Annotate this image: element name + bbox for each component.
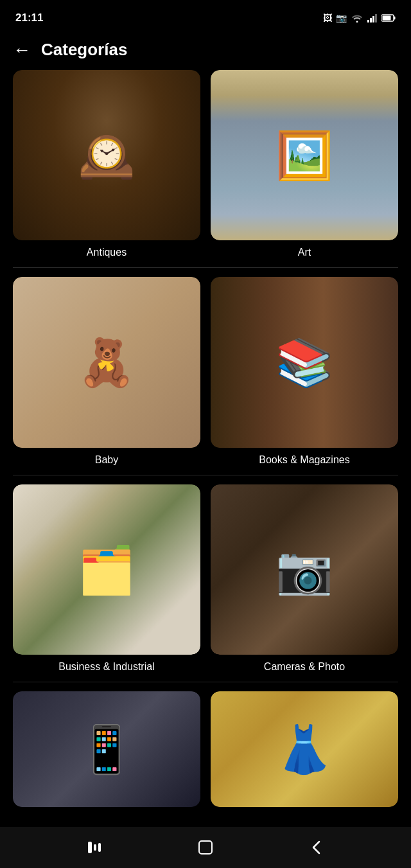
art-emoji: 🖼️ [275,132,333,179]
divider-1 [13,267,398,268]
baby-emoji: 🧸 [78,339,136,385]
business-image: 🗂️ [13,484,200,655]
category-cameras[interactable]: 📷 Cameras & Photo [211,484,398,675]
status-icons: 🖼 📷 [323,13,396,23]
category-row-4: 📱 👗 [13,691,398,813]
business-emoji: 🗂️ [78,547,136,593]
svg-rect-8 [94,844,96,851]
svg-rect-7 [88,842,92,853]
back-button[interactable]: ← [13,41,31,59]
nav-menu-button[interactable] [78,831,110,864]
svg-rect-3 [375,14,377,22]
baby-label: Baby [95,454,118,466]
cameras-label: Cameras & Photo [264,661,345,673]
category-baby[interactable]: 🧸 Baby [13,277,200,468]
categories-grid: 🕰️ Antiques 🖼️ Art [0,70,411,813]
page: 21:11 🖼 📷 [0,0,411,868]
clothing-image: 👗 [211,691,398,807]
books-emoji: 📚 [275,339,333,385]
antiques-image: 🕰️ [13,70,200,240]
category-books[interactable]: 📚 Books & Magazines [211,277,398,468]
category-business[interactable]: 🗂️ Business & Industrial [13,484,200,675]
cameras-emoji: 📷 [275,547,333,593]
art-image: 🖼️ [211,70,398,240]
svg-rect-0 [367,20,369,22]
menu-icon [87,841,102,854]
page-title: Categorías [41,40,127,60]
divider-3 [13,682,398,682]
page-header: ← Categorías [0,33,411,70]
bottom-nav [0,827,411,868]
antiques-emoji: 🕰️ [78,132,136,179]
category-phones[interactable]: 📱 [13,691,200,813]
back-nav-icon [310,839,323,856]
svg-rect-6 [394,17,396,20]
svg-rect-5 [383,16,391,21]
home-icon [197,839,214,856]
antiques-label: Antiques [87,247,127,258]
signal-icon [367,13,378,22]
category-clothing[interactable]: 👗 [211,691,398,813]
svg-rect-1 [370,18,372,22]
category-row-2: 🧸 Baby 📚 Books & Magazines [13,277,398,468]
cameras-image: 📷 [211,484,398,655]
notification-photo-icon: 🖼 [323,13,332,23]
status-time: 21:11 [15,12,43,24]
category-art[interactable]: 🖼️ Art [211,70,398,261]
business-label: Business & Industrial [58,661,154,673]
category-row-1: 🕰️ Antiques 🖼️ Art [13,70,398,261]
nav-home-button[interactable] [189,831,222,864]
svg-rect-2 [372,16,374,22]
phones-emoji: 📱 [78,726,136,772]
divider-2 [13,475,398,475]
books-label: Books & Magazines [259,454,349,466]
baby-image: 🧸 [13,277,200,447]
category-row-3: 🗂️ Business & Industrial 📷 Cameras & Pho… [13,484,398,675]
status-bar: 21:11 🖼 📷 [0,0,411,33]
phones-image: 📱 [13,691,200,807]
svg-rect-10 [199,841,212,854]
nav-back-button[interactable] [301,831,333,864]
svg-rect-9 [98,843,101,852]
battery-icon [381,14,396,22]
category-antiques[interactable]: 🕰️ Antiques [13,70,200,261]
wifi-icon [351,13,363,22]
clothing-emoji: 👗 [275,726,333,772]
books-image: 📚 [211,277,398,447]
art-label: Art [298,247,311,258]
notification-instagram-icon: 📷 [336,13,347,23]
